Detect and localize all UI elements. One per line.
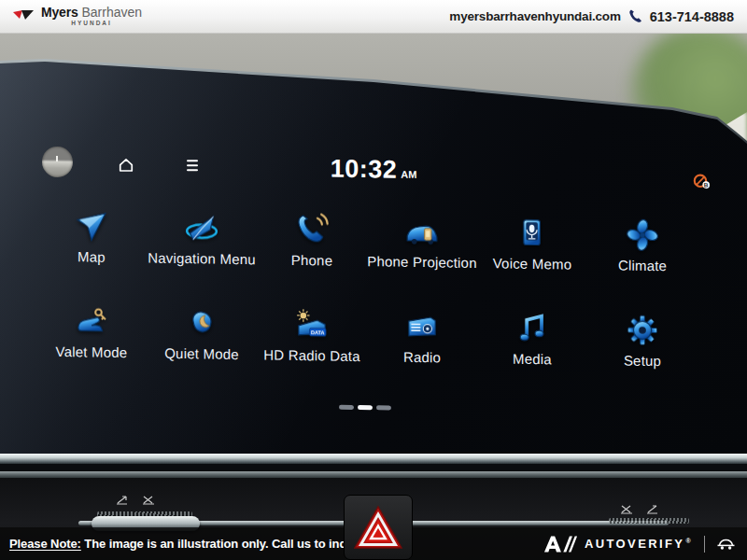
app-setup[interactable]: Setup [587,308,698,388]
phone-icon [627,8,643,24]
clock-time: 10:32 [331,155,398,184]
map-thumbnail-avatar[interactable] [42,147,73,178]
quiet-mode-icon [183,301,220,345]
dealer-flag-icon [13,10,35,23]
chrome-trim-lower [0,471,747,478]
dealer-name-primary: Myers [41,6,78,19]
clock-meridiem: AM [401,169,416,180]
setup-icon [624,308,661,352]
clock: 10:32AM [280,154,467,186]
autoverify-wordmark: AUTOVERIFY® [585,537,693,551]
dealer-name-secondary: Barrhaven [81,6,142,19]
voice-memo-icon [514,212,551,256]
dealer-website-link[interactable]: myersbarrhavenhyundai.com [449,9,620,23]
airflow-off-icon [620,504,633,514]
app-quiet-mode[interactable]: Quiet Mode [147,301,257,381]
autoverify-logo: AUTOVERIFY® [543,535,736,553]
registered-mark: ® [685,538,693,544]
dealer-logo[interactable]: Myers Barrhaven HYUNDAI [13,6,142,27]
dealer-header: Myers Barrhaven HYUNDAI myersbarrhavenhy… [0,0,747,34]
car-interior-photo: 10:32AM B Map Navigation Menu Phone [0,34,747,560]
note-label: Please Note: [9,537,81,551]
page-dot-1[interactable] [358,405,373,410]
app-map[interactable]: Map [36,204,147,285]
vent-controls-left [116,495,155,505]
app-grid: Map Navigation Menu Phone Phone Projecti… [36,204,698,388]
page-dot-0[interactable] [339,405,354,410]
app-valet-mode[interactable]: Valet Mode [36,300,147,380]
vent-controls-right [620,504,659,514]
hazard-button[interactable] [344,495,413,560]
car-icon [716,537,736,551]
page-dot-2[interactable] [376,405,391,410]
dealer-phone-number[interactable]: 613-714-8888 [650,9,734,24]
vent-knurl-right[interactable] [609,518,689,524]
media-icon [514,307,551,351]
app-phone-projection[interactable]: Phone Projection [367,209,477,289]
app-climate[interactable]: Climate [587,213,698,293]
chrome-trim-upper [0,454,747,464]
menu-icon[interactable] [187,160,198,174]
app-navigation-menu[interactable]: Navigation Menu [147,205,257,286]
valet-mode-icon [73,300,110,343]
app-phone[interactable]: Phone [257,207,367,287]
airflow-icon [116,495,129,505]
page-indicator[interactable] [339,405,391,411]
hd-radio-data-icon: DATA [293,303,331,347]
hazard-triangle-icon [352,504,404,551]
airflow-icon [646,504,659,514]
svg-text:DATA: DATA [311,329,324,335]
home-icon[interactable] [118,157,134,173]
radio-icon [403,305,441,349]
note-text: The image is an illustration only. Call … [84,537,372,551]
app-voice-memo[interactable]: Voice Memo [477,211,587,291]
screenshot-root: Myers Barrhaven HYUNDAI myersbarrhavenhy… [0,0,747,560]
bluetooth-b-status-icon: B [693,174,711,189]
map-icon [73,204,110,248]
app-media[interactable]: Media [477,306,587,386]
airflow-off-icon [142,495,155,505]
phone-icon [293,208,331,252]
svg-text:B: B [704,181,709,188]
autoverify-av-icon [543,535,577,553]
app-radio[interactable]: Radio [367,304,477,385]
app-hd-radio-data[interactable]: DATA HD Radio Data [257,302,367,383]
phone-projection-icon [403,210,441,254]
climate-icon [624,213,661,257]
dealer-brand: HYUNDAI [71,21,112,27]
navigation-menu-icon [183,206,220,250]
